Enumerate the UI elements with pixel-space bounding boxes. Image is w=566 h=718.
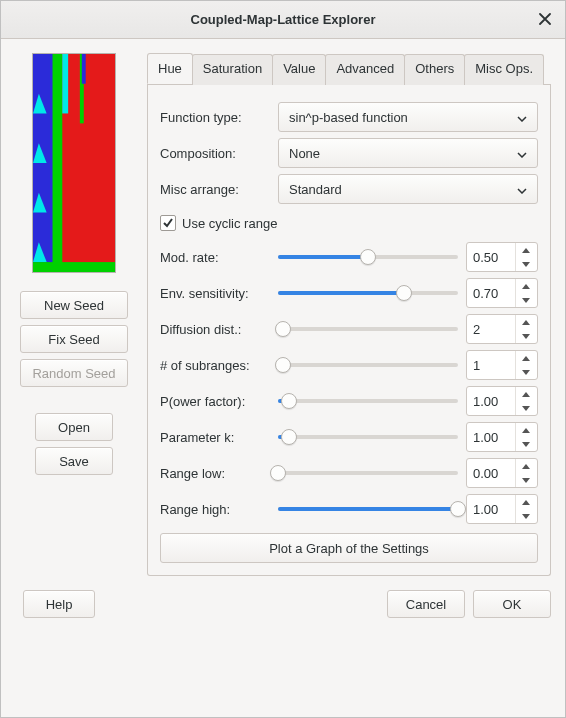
slider-thumb[interactable]: [275, 321, 291, 337]
spin-up-button[interactable]: [516, 495, 535, 509]
help-button[interactable]: Help: [23, 590, 95, 618]
misc-arrange-value: Standard: [289, 182, 342, 197]
slider-thumb[interactable]: [396, 285, 412, 301]
cancel-button[interactable]: Cancel: [387, 590, 465, 618]
save-button[interactable]: Save: [35, 447, 113, 475]
plot-graph-button[interactable]: Plot a Graph of the Settings: [160, 533, 538, 563]
preview-image: [32, 53, 116, 273]
slider-thumb[interactable]: [360, 249, 376, 265]
composition-value: None: [289, 146, 320, 161]
mod-rate-input[interactable]: [467, 243, 515, 271]
tab-saturation[interactable]: Saturation: [192, 54, 273, 85]
parameter-k-spinbox[interactable]: [466, 422, 538, 452]
chevron-down-icon: [517, 146, 527, 161]
svg-rect-2: [53, 54, 63, 272]
function-type-label: Function type:: [160, 110, 270, 125]
env-sensitivity-spinbox[interactable]: [466, 278, 538, 308]
range-high-spinbox[interactable]: [466, 494, 538, 524]
tab-advanced[interactable]: Advanced: [325, 54, 405, 85]
spin-down-button[interactable]: [516, 365, 535, 379]
svg-rect-10: [33, 262, 115, 272]
open-button[interactable]: Open: [35, 413, 113, 441]
window-title: Coupled-Map-Lattice Explorer: [191, 12, 376, 27]
slider-thumb[interactable]: [281, 429, 297, 445]
range-low-spinbox[interactable]: [466, 458, 538, 488]
spin-down-button[interactable]: [516, 293, 535, 307]
tab-hue[interactable]: Hue: [147, 53, 193, 84]
parameter-k-label: Parameter k:: [160, 430, 270, 445]
p-ower-factor-label: P(ower factor):: [160, 394, 270, 409]
composition-select[interactable]: None: [278, 138, 538, 168]
spin-down-button[interactable]: [516, 437, 535, 451]
mod-rate-slider[interactable]: [278, 247, 458, 267]
ok-button[interactable]: OK: [473, 590, 551, 618]
slider-thumb[interactable]: [270, 465, 286, 481]
range-low-input[interactable]: [467, 459, 515, 487]
parameter-k-input[interactable]: [467, 423, 515, 451]
titlebar: Coupled-Map-Lattice Explorer: [1, 1, 565, 39]
spin-down-button[interactable]: [516, 509, 535, 523]
env-sensitivity-slider[interactable]: [278, 283, 458, 303]
diffusion-dist-label: Diffusion dist.:: [160, 322, 270, 337]
p-ower-factor-input[interactable]: [467, 387, 515, 415]
mod-rate-label: Mod. rate:: [160, 250, 270, 265]
range-high-label: Range high:: [160, 502, 270, 517]
function-type-select[interactable]: sin^p-based function: [278, 102, 538, 132]
tabstrip: Hue Saturation Value Advanced Others Mis…: [147, 53, 551, 85]
slider-thumb[interactable]: [275, 357, 291, 373]
svg-rect-3: [62, 54, 68, 113]
spin-up-button[interactable]: [516, 423, 535, 437]
close-icon: [539, 13, 551, 25]
spin-down-button[interactable]: [516, 401, 535, 415]
tab-others[interactable]: Others: [404, 54, 465, 85]
range-low-slider[interactable]: [278, 463, 458, 483]
spin-down-button[interactable]: [516, 473, 535, 487]
use-cyclic-checkbox[interactable]: [160, 215, 176, 231]
svg-rect-5: [82, 54, 86, 84]
spin-up-button[interactable]: [516, 243, 535, 257]
range-low-label: Range low:: [160, 466, 270, 481]
window-close-button[interactable]: [535, 9, 555, 29]
slider-thumb[interactable]: [281, 393, 297, 409]
tab-value[interactable]: Value: [272, 54, 326, 85]
chevron-down-icon: [517, 182, 527, 197]
function-type-value: sin^p-based function: [289, 110, 408, 125]
mod-rate-spinbox[interactable]: [466, 242, 538, 272]
random-seed-button: Random Seed: [20, 359, 128, 387]
misc-arrange-label: Misc arrange:: [160, 182, 270, 197]
composition-label: Composition:: [160, 146, 270, 161]
tab-misc-ops[interactable]: Misc Ops.: [464, 54, 544, 85]
spin-up-button[interactable]: [516, 279, 535, 293]
misc-arrange-select[interactable]: Standard: [278, 174, 538, 204]
tab-hue-panel: Function type: sin^p-based function Comp…: [147, 85, 551, 576]
chevron-down-icon: [517, 110, 527, 125]
env-sensitivity-label: Env. sensitivity:: [160, 286, 270, 301]
slider-thumb[interactable]: [450, 501, 466, 517]
spin-up-button[interactable]: [516, 315, 535, 329]
use-cyclic-label: Use cyclic range: [182, 216, 277, 231]
spin-up-button[interactable]: [516, 459, 535, 473]
of-subranges-spinbox[interactable]: [466, 350, 538, 380]
new-seed-button[interactable]: New Seed: [20, 291, 128, 319]
spin-down-button[interactable]: [516, 329, 535, 343]
diffusion-dist-input[interactable]: [467, 315, 515, 343]
of-subranges-slider[interactable]: [278, 355, 458, 375]
p-ower-factor-spinbox[interactable]: [466, 386, 538, 416]
fix-seed-button[interactable]: Fix Seed: [20, 325, 128, 353]
range-high-input[interactable]: [467, 495, 515, 523]
spin-down-button[interactable]: [516, 257, 535, 271]
env-sensitivity-input[interactable]: [467, 279, 515, 307]
of-subranges-label: # of subranges:: [160, 358, 270, 373]
of-subranges-input[interactable]: [467, 351, 515, 379]
spin-up-button[interactable]: [516, 351, 535, 365]
p-ower-factor-slider[interactable]: [278, 391, 458, 411]
diffusion-dist-spinbox[interactable]: [466, 314, 538, 344]
spin-up-button[interactable]: [516, 387, 535, 401]
diffusion-dist-slider[interactable]: [278, 319, 458, 339]
check-icon: [162, 217, 174, 229]
range-high-slider[interactable]: [278, 499, 458, 519]
parameter-k-slider[interactable]: [278, 427, 458, 447]
